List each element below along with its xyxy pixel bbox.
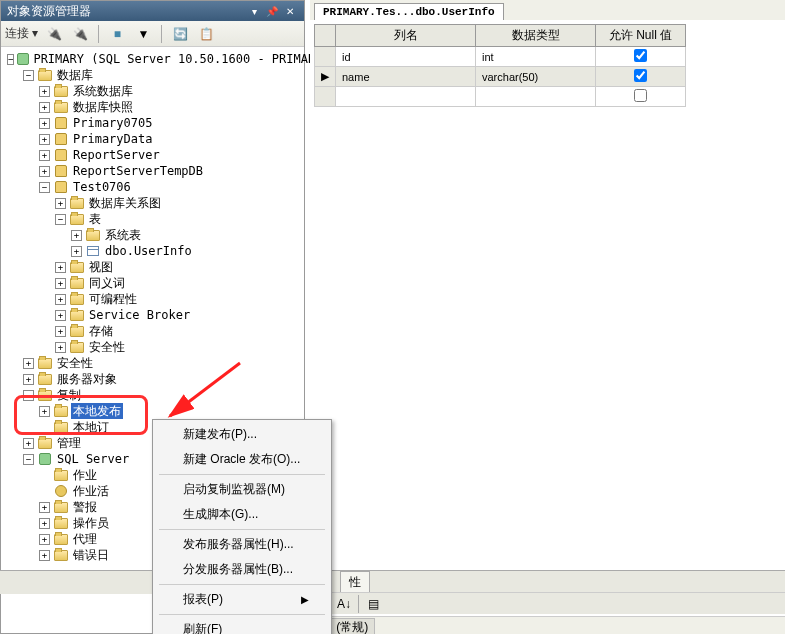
tree-views[interactable]: +视图 <box>3 259 302 275</box>
folder-icon <box>54 502 68 513</box>
ctx-distributor-server-props[interactable]: 分发服务器属性(B)... <box>155 557 329 582</box>
connect-icon[interactable]: 🔌 <box>44 24 64 44</box>
row-selector[interactable]: ▶ <box>315 67 336 87</box>
folder-icon <box>70 278 84 289</box>
cell-null[interactable] <box>596 47 686 67</box>
database-icon <box>55 133 67 145</box>
properties-toolbar: 📑 A↓ ▤ <box>310 592 785 614</box>
tree-storage[interactable]: +存储 <box>3 323 302 339</box>
allow-null-checkbox[interactable] <box>634 69 647 82</box>
cell-name[interactable]: name <box>336 67 476 87</box>
panel-title-bar: 对象资源管理器 ▾ 📌 ✕ <box>1 1 304 21</box>
folder-icon <box>54 86 68 97</box>
properties-tab[interactable]: 性 <box>340 571 370 594</box>
database-icon <box>55 117 67 129</box>
table-row-empty[interactable] <box>315 87 686 107</box>
dropdown-icon[interactable]: ▾ <box>246 4 262 18</box>
tree-programmability[interactable]: +可编程性 <box>3 291 302 307</box>
tree-db[interactable]: +Primary0705 <box>3 115 302 131</box>
sort-alpha-icon[interactable]: A↓ <box>336 596 352 612</box>
tree-db[interactable]: +ReportServerTempDB <box>3 163 302 179</box>
col-name-header[interactable]: 列名 <box>336 25 476 47</box>
ctx-separator <box>159 529 325 530</box>
folder-icon <box>70 198 84 209</box>
tab-userinfo[interactable]: PRIMARY.Tes...dbo.UserInfo <box>314 3 504 20</box>
submenu-arrow-icon: ▶ <box>301 594 309 605</box>
cell-type[interactable]: int <box>476 47 596 67</box>
cell-name[interactable] <box>336 87 476 107</box>
tree-replication[interactable]: −复制 <box>3 387 302 403</box>
filter-icon[interactable]: ▼ <box>133 24 153 44</box>
folder-icon <box>70 294 84 305</box>
ctx-publisher-server-props[interactable]: 发布服务器属性(H)... <box>155 532 329 557</box>
folder-icon <box>70 326 84 337</box>
tree-snapshot[interactable]: +数据库快照 <box>3 99 302 115</box>
agent-icon <box>39 453 51 465</box>
folder-icon <box>70 214 84 225</box>
tree-security[interactable]: +安全性 <box>3 355 302 371</box>
tree-synonyms[interactable]: +同义词 <box>3 275 302 291</box>
folder-icon <box>86 230 100 241</box>
tree-localpub[interactable]: +本地发布 <box>3 403 302 419</box>
pin-icon[interactable]: 📌 <box>264 4 280 18</box>
ctx-generate-script[interactable]: 生成脚本(G)... <box>155 502 329 527</box>
props-icon[interactable]: ▤ <box>365 596 381 612</box>
ctx-new-oracle-publication[interactable]: 新建 Oracle 发布(O)... <box>155 447 329 472</box>
column-grid[interactable]: 列名 数据类型 允许 Null 值 id int ▶ name varchar(… <box>314 24 686 107</box>
row-selector[interactable] <box>315 47 336 67</box>
cell-null[interactable] <box>596 87 686 107</box>
folder-icon <box>54 102 68 113</box>
report-icon[interactable]: 📋 <box>196 24 216 44</box>
folder-icon <box>54 518 68 529</box>
tree-servicebroker[interactable]: +Service Broker <box>3 307 302 323</box>
folder-icon <box>70 262 84 273</box>
tree-db-test0706[interactable]: −Test0706 <box>3 179 302 195</box>
ctx-new-publication[interactable]: 新建发布(P)... <box>155 422 329 447</box>
tree-server[interactable]: −PRIMARY (SQL Server 10.50.1600 - PRIMAR… <box>3 51 302 67</box>
tree-databases[interactable]: −数据库 <box>3 67 302 83</box>
tree-db[interactable]: +PrimaryData <box>3 131 302 147</box>
server-icon <box>17 53 29 65</box>
folder-icon <box>38 438 52 449</box>
context-menu: 新建发布(P)... 新建 Oracle 发布(O)... 启动复制监视器(M)… <box>152 419 332 634</box>
allow-null-checkbox[interactable] <box>634 49 647 62</box>
disconnect-icon[interactable]: 🔌 <box>70 24 90 44</box>
ctx-reports[interactable]: 报表(P)▶ <box>155 587 329 612</box>
folder-icon <box>38 374 52 385</box>
database-icon <box>55 165 67 177</box>
tree-db[interactable]: +ReportServer <box>3 147 302 163</box>
tree-tables[interactable]: −表 <box>3 211 302 227</box>
col-type-header[interactable]: 数据类型 <box>476 25 596 47</box>
row-selector[interactable] <box>315 87 336 107</box>
properties-tab-bar: 性 <box>0 570 785 594</box>
allow-null-checkbox[interactable] <box>634 89 647 102</box>
folder-icon <box>70 342 84 353</box>
close-icon[interactable]: ✕ <box>282 4 298 18</box>
folder-icon <box>54 534 68 545</box>
col-null-header[interactable]: 允许 Null 值 <box>596 25 686 47</box>
panel-title-text: 对象资源管理器 <box>7 3 91 20</box>
cell-type[interactable]: varchar(50) <box>476 67 596 87</box>
table-row[interactable]: ▶ name varchar(50) <box>315 67 686 87</box>
folder-icon <box>54 406 68 417</box>
job-icon <box>55 485 67 497</box>
tree-systables[interactable]: +系统表 <box>3 227 302 243</box>
object-explorer-toolbar: 连接 ▾ 🔌 🔌 ■ ▼ 🔄 📋 <box>1 21 304 47</box>
cell-name[interactable]: id <box>336 47 476 67</box>
folder-icon <box>38 358 52 369</box>
connect-menu[interactable]: 连接 ▾ <box>5 25 38 42</box>
table-row[interactable]: id int <box>315 47 686 67</box>
designer-panel: PRIMARY.Tes...dbo.UserInfo 列名 数据类型 允许 Nu… <box>310 0 785 634</box>
tree-serverobjects[interactable]: +服务器对象 <box>3 371 302 387</box>
stop-icon[interactable]: ■ <box>107 24 127 44</box>
tree-dbdiagram[interactable]: +数据库关系图 <box>3 195 302 211</box>
folder-icon <box>38 390 52 401</box>
ctx-start-replication-monitor[interactable]: 启动复制监视器(M) <box>155 477 329 502</box>
tree-security-db[interactable]: +安全性 <box>3 339 302 355</box>
refresh-icon[interactable]: 🔄 <box>170 24 190 44</box>
cell-null[interactable] <box>596 67 686 87</box>
ctx-refresh[interactable]: 刷新(F) <box>155 617 329 634</box>
tree-sysdb[interactable]: +系统数据库 <box>3 83 302 99</box>
tree-userinfo[interactable]: +dbo.UserInfo <box>3 243 302 259</box>
cell-type[interactable] <box>476 87 596 107</box>
